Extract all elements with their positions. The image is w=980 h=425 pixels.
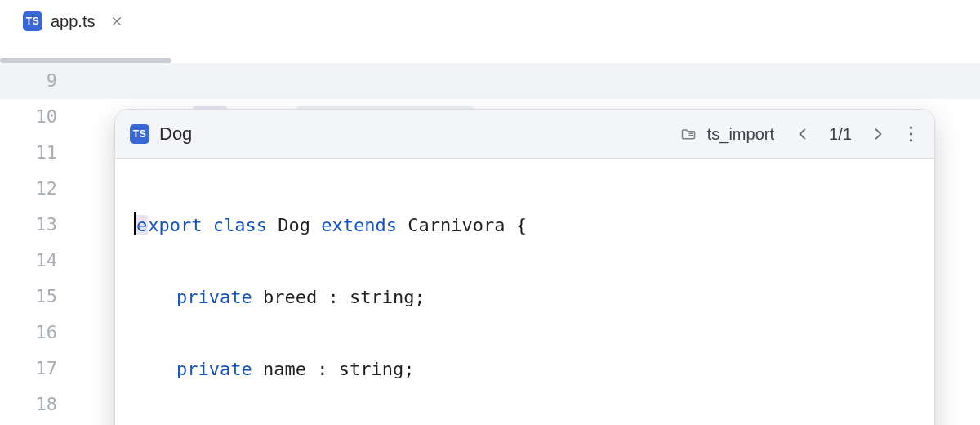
popup-body[interactable]: export class Dog extends Carnivora { pri… [115,159,934,425]
chevron-left-icon [795,127,810,141]
kw-export-leadchar: e [136,215,148,235]
line-number: 9 [0,63,57,99]
kw-private: private [176,287,252,307]
line-number: 14 [0,243,57,279]
indent [133,359,176,379]
popup-code-line-decl: export class Dog extends Carnivora { [133,208,920,244]
quick-definition-popup[interactable]: TS Dog ts_import 1/1 [114,109,935,425]
folder-icon [679,125,697,143]
line-number: 13 [0,207,57,243]
kw-export-rest: xport [148,215,202,235]
tab-app-ts[interactable]: TS app.ts [20,8,127,34]
line-number: 15 [0,279,57,315]
line-number: 12 [0,171,57,207]
chevron-right-icon [871,127,885,141]
line-number: 11 [0,135,57,171]
line-number: 17 [0,351,57,387]
code-area[interactable]: dog.move(distanceInMeters:10); TS Dog ts… [106,63,973,425]
svg-point-0 [909,126,912,129]
class-name: Dog [278,215,310,235]
code-editor[interactable]: 9 10 11 12 13 14 15 16 17 18 dog.move(di… [0,63,980,425]
popup-pager-text: 1/1 [825,116,856,152]
popup-code-line-field: private name : string; [133,351,920,387]
popup-context-label: ts_import [707,116,774,152]
super-class-name: Carnivora [408,215,505,235]
colon: : [317,287,350,307]
popup-title: Dog [159,116,192,152]
ts-file-icon: TS [23,11,42,31]
field-name: name [263,359,306,379]
indent [133,287,176,307]
open-brace: { [505,215,527,235]
popup-header: TS Dog ts_import 1/1 [115,110,934,159]
kw-private: private [176,359,252,379]
code-line-9[interactable]: dog.move(distanceInMeters:10); [106,63,973,99]
line-number-gutter: 9 10 11 12 13 14 15 16 17 18 [0,63,90,425]
popup-code-line-field: private breed : string; [133,280,920,315]
line-number: 16 [0,315,57,351]
close-icon [111,16,122,27]
semicolon: ; [414,287,425,307]
colon: : [306,359,339,379]
svg-point-1 [909,132,912,136]
type-annotation: string [339,359,403,379]
field-name: breed [263,287,317,307]
close-tab-button[interactable] [109,14,124,29]
kw-class: class [213,215,267,235]
type-annotation: string [350,287,414,307]
app-root: TS app.ts 9 10 11 12 13 14 15 16 17 18 d [0,0,980,425]
editor-tab-bar: TS app.ts [0,0,980,42]
line-number: 18 [0,387,57,423]
popup-more-button[interactable] [900,122,921,146]
tab-filename: app.ts [51,12,95,31]
svg-point-2 [909,139,912,142]
kw-extends: extends [321,215,397,235]
ts-file-icon: TS [130,124,149,144]
popup-prev-button[interactable] [791,122,815,146]
popup-next-button[interactable] [866,122,890,146]
semicolon: ; [403,359,414,379]
line-number: 10 [0,99,57,135]
more-vertical-icon [909,126,913,142]
